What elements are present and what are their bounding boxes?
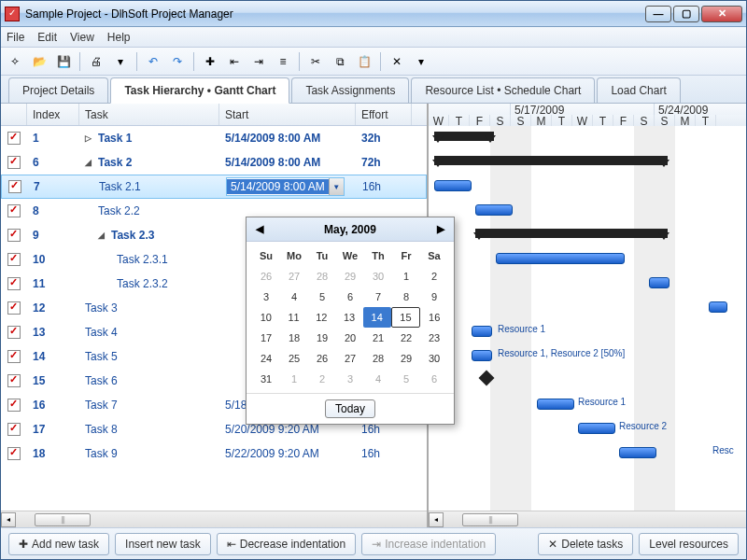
row-checkbox[interactable] — [1, 320, 27, 344]
row-checkbox[interactable] — [1, 417, 27, 441]
gantt-bar[interactable] — [472, 326, 492, 337]
scroll-left-icon[interactable]: ◂ — [429, 512, 444, 527]
expander-icon[interactable]: ◢ — [85, 158, 94, 167]
gantt-bar[interactable] — [578, 423, 615, 434]
row-checkbox[interactable] — [1, 296, 27, 320]
close-button[interactable]: ✕ — [701, 6, 742, 22]
cell-task[interactable]: Task 3 — [79, 296, 219, 320]
scroll-thumb[interactable]: ⦀ — [462, 513, 518, 526]
cell-index[interactable]: 13 — [27, 320, 79, 344]
menu-file[interactable]: File — [7, 31, 24, 44]
calendar-day[interactable]: 4 — [280, 287, 308, 307]
calendar-day[interactable]: 15 — [391, 307, 421, 328]
save-icon[interactable]: 💾 — [53, 51, 74, 72]
cell-start[interactable]: 5/14/2009 8:00 AM — [219, 126, 356, 150]
calendar-day[interactable]: 4 — [364, 369, 392, 389]
undo-icon[interactable]: ↶ — [143, 51, 163, 72]
add-task-icon[interactable]: ✚ — [200, 51, 220, 72]
calendar-day[interactable]: 27 — [280, 266, 308, 287]
cut-icon[interactable]: ✂ — [305, 51, 326, 72]
dropdown-icon[interactable]: ▼ — [329, 178, 344, 195]
cell-effort[interactable]: 16h — [357, 175, 413, 198]
row-checkbox[interactable] — [1, 393, 27, 417]
row-checkbox[interactable] — [1, 247, 27, 272]
level-resources-button[interactable]: Level resources — [639, 533, 739, 555]
calendar-day[interactable]: 28 — [364, 348, 392, 369]
delete-tasks-button[interactable]: ✕Delete tasks — [538, 533, 633, 555]
tab-project-details[interactable]: Project Details — [8, 77, 108, 103]
cell-start[interactable]: 5/14/2009 8:00 AM▼ — [220, 175, 357, 198]
calendar-day[interactable]: 13 — [335, 307, 363, 328]
calendar-day[interactable]: 6 — [420, 369, 448, 389]
calendar-day[interactable]: 16 — [420, 307, 448, 328]
redo-icon[interactable]: ↷ — [167, 51, 188, 72]
gantt-bar[interactable] — [472, 350, 492, 361]
row-checkbox[interactable] — [1, 441, 27, 466]
cell-task[interactable]: ◢Task 2.3 — [79, 223, 219, 247]
calendar-day[interactable]: 19 — [308, 328, 336, 348]
table-row[interactable]: 7Task 2.15/14/2009 8:00 AM▼16h — [1, 175, 427, 199]
dropdown2-icon[interactable]: ▾ — [411, 51, 431, 72]
cell-index[interactable]: 10 — [27, 247, 79, 272]
gantt-bar[interactable] — [496, 253, 625, 264]
calendar-day[interactable]: 18 — [280, 328, 308, 348]
copy-icon[interactable]: ⧉ — [330, 51, 350, 72]
calendar-day[interactable]: 10 — [252, 307, 280, 328]
paste-icon[interactable]: 📋 — [354, 51, 374, 72]
open-icon[interactable]: 📂 — [29, 51, 49, 72]
cell-task[interactable]: Task 5 — [79, 344, 219, 369]
row-checkbox[interactable] — [1, 126, 27, 150]
grid-hscrollbar[interactable]: ◂ ⦀ — [1, 511, 427, 527]
gantt-bar[interactable] — [649, 277, 669, 288]
row-checkbox[interactable] — [1, 199, 27, 223]
menu-view[interactable]: View — [70, 31, 94, 44]
col-effort[interactable]: Effort — [356, 104, 412, 125]
tab-task-hierarchy[interactable]: Task Hierarchy • Gantt Chart — [110, 77, 289, 104]
cell-effort[interactable]: 72h — [356, 150, 412, 175]
col-start[interactable]: Start — [219, 104, 356, 125]
increase-indent-button[interactable]: ⇥Increase indentation — [361, 533, 496, 555]
gantt-bar[interactable] — [709, 301, 727, 313]
dropdown-icon[interactable]: ▾ — [110, 51, 131, 72]
calendar-day[interactable]: 3 — [336, 369, 364, 389]
cell-index[interactable]: 9 — [27, 223, 79, 247]
cell-start[interactable]: 5/14/2009 8:00 AM — [219, 150, 356, 175]
expander-icon[interactable]: ◢ — [98, 231, 107, 240]
add-task-button[interactable]: ✚Add new task — [8, 533, 109, 555]
scroll-thumb[interactable]: ⦀ — [35, 513, 91, 526]
calendar-day[interactable]: 30 — [420, 348, 448, 369]
row-checkbox[interactable] — [1, 223, 27, 247]
calendar-day[interactable]: 2 — [420, 266, 448, 287]
calendar-day[interactable]: 12 — [307, 307, 335, 328]
menu-help[interactable]: Help — [107, 31, 131, 44]
calendar-day[interactable]: 25 — [280, 348, 308, 369]
calendar-day[interactable]: 28 — [308, 266, 336, 287]
row-checkbox[interactable] — [1, 272, 27, 296]
calendar-day[interactable]: 9 — [420, 287, 448, 307]
calendar-day[interactable]: 23 — [420, 328, 448, 348]
calendar-next-icon[interactable]: ▶ — [437, 223, 444, 235]
gantt-hscrollbar[interactable]: ◂ ⦀ — [429, 511, 746, 527]
print-icon[interactable]: 🖨 — [86, 51, 106, 72]
expander-icon[interactable]: ▷ — [85, 133, 94, 143]
calendar-day[interactable]: 26 — [308, 348, 336, 369]
calendar-day[interactable]: 20 — [336, 328, 364, 348]
gantt-summary[interactable] — [434, 156, 668, 165]
calendar-day[interactable]: 17 — [252, 328, 280, 348]
calendar-day[interactable]: 26 — [252, 266, 280, 287]
titlebar[interactable]: Sample Project - DlhSoft Project Manager… — [1, 1, 746, 27]
cell-index[interactable]: 17 — [27, 417, 79, 441]
cell-effort[interactable]: 32h — [356, 126, 412, 150]
calendar-day[interactable]: 5 — [308, 287, 336, 307]
gantt-bar[interactable] — [434, 180, 472, 191]
table-row[interactable]: 18Task 95/22/2009 9:20 AM16h — [1, 441, 427, 466]
calendar-day[interactable]: 29 — [336, 266, 364, 287]
cell-index[interactable]: 15 — [27, 369, 79, 393]
cell-task[interactable]: Task 9 — [79, 441, 219, 466]
calendar-day[interactable]: 3 — [252, 287, 280, 307]
cell-task[interactable]: Task 8 — [79, 417, 219, 441]
maximize-button[interactable]: ▢ — [673, 6, 699, 22]
align-icon[interactable]: ≡ — [273, 51, 293, 72]
insert-task-button[interactable]: Insert new task — [115, 533, 211, 555]
cell-start[interactable]: 5/22/2009 9:20 AM — [219, 441, 356, 466]
